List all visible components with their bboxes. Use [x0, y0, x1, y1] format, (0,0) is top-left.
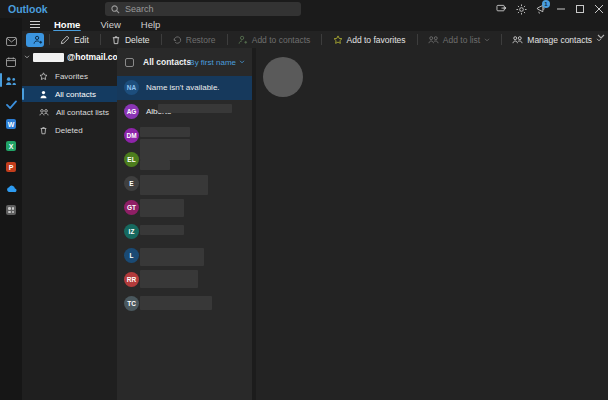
person-add-icon [33, 35, 43, 45]
contact-list-pane: All contacts By first name NA Name isn't… [117, 48, 252, 400]
window-maximize-button[interactable] [570, 0, 589, 18]
window-minimize-button[interactable] [551, 0, 570, 18]
contact-avatar: RR [124, 272, 139, 287]
search-placeholder: Search [125, 4, 154, 14]
sidebar-item-all-contact-lists[interactable]: All contact lists [22, 104, 117, 120]
redacted-text-block [140, 270, 198, 288]
redacted-text-block [140, 225, 184, 235]
delete-button[interactable]: Delete [105, 33, 156, 47]
app-rail: W X P [0, 18, 22, 400]
ribbon-toolbar: New contact Edit Delete Restore Add to c… [22, 31, 608, 48]
window-close-button[interactable] [589, 0, 608, 18]
star-icon [39, 72, 48, 81]
people-list-icon [428, 35, 439, 45]
redacted-text-block [140, 175, 208, 195]
app-logo-text: Outlook [8, 3, 48, 15]
contact-list-title: All contacts [143, 57, 191, 67]
redacted-text-block [140, 139, 190, 160]
contact-row[interactable]: L [117, 244, 252, 268]
tab-view[interactable]: View [90, 18, 130, 31]
rail-mail-icon[interactable] [0, 33, 22, 49]
title-bar: Outlook Search 1 [0, 0, 608, 18]
ribbon-tab-bar: Home View Help [22, 18, 608, 31]
rail-word-icon[interactable]: W [0, 116, 22, 132]
people-settings-icon [512, 35, 523, 45]
redacted-text-block [140, 248, 204, 266]
people-list-icon [39, 108, 49, 117]
rail-more-apps-icon[interactable] [0, 202, 22, 218]
contact-avatar: GT [124, 200, 139, 215]
contact-avatar: TC [124, 296, 139, 311]
add-to-favorites-button[interactable]: Add to favorites [327, 33, 412, 47]
contact-row[interactable]: DM [117, 124, 252, 148]
folder-pane: @hotmail.com Favorites All contacts All … [22, 48, 117, 400]
trash-icon [111, 35, 121, 45]
person-add-icon [238, 35, 248, 45]
account-header[interactable]: @hotmail.com [24, 52, 125, 62]
redacted-text-block [140, 296, 212, 310]
redacted-text-block [140, 199, 184, 217]
notification-badge: 1 [542, 0, 550, 8]
new-contact-button[interactable]: New contact [26, 33, 44, 47]
sort-dropdown[interactable]: By first name [189, 58, 245, 67]
contact-row[interactable]: GT [117, 196, 252, 220]
trash-icon [39, 126, 48, 135]
contact-row[interactable]: E [117, 172, 252, 196]
contact-row[interactable]: IZ [117, 220, 252, 244]
settings-gear-icon[interactable] [511, 0, 531, 18]
chevron-down-icon [239, 60, 245, 64]
add-to-list-button[interactable]: Add to list [422, 33, 496, 47]
star-add-icon [333, 35, 343, 45]
redacted-text-block [140, 127, 190, 137]
pencil-icon [60, 35, 70, 45]
new-contact-split-button[interactable]: New contact [26, 33, 44, 47]
person-icon [39, 90, 48, 99]
hamburger-menu-icon[interactable] [22, 21, 44, 29]
contact-avatar: DM [124, 128, 139, 143]
contact-row[interactable]: AG Alberto [117, 100, 252, 124]
contact-row[interactable]: RR [117, 268, 252, 292]
contact-detail-pane [256, 48, 608, 400]
whats-new-megaphone-icon[interactable]: 1 [531, 0, 551, 18]
contact-rows: NA Name isn't available. AG Alberto DM E… [117, 76, 252, 316]
redacted-text-block [158, 104, 232, 113]
sidebar-item-all-contacts[interactable]: All contacts [22, 86, 117, 102]
redacted-text-block [140, 160, 170, 170]
tab-help[interactable]: Help [131, 18, 171, 31]
restore-button[interactable]: Restore [166, 33, 222, 47]
chevron-down-icon [484, 38, 490, 42]
contact-avatar: IZ [124, 224, 139, 239]
contact-list-header: All contacts By first name [117, 50, 252, 74]
contact-avatar: NA [124, 80, 139, 95]
search-input[interactable]: Search [105, 2, 301, 16]
contact-avatar: L [124, 248, 139, 263]
rail-todo-icon[interactable] [0, 96, 22, 112]
contact-avatar: EL [124, 152, 139, 167]
contact-detail-avatar [263, 57, 303, 97]
rail-calendar-icon[interactable] [0, 54, 22, 70]
contact-avatar: AG [124, 104, 139, 119]
rail-excel-icon[interactable]: X [0, 138, 22, 154]
ribbon-collapse-chevron-icon[interactable] [597, 34, 605, 40]
contact-row[interactable]: NA Name isn't available. [117, 76, 252, 100]
rail-onedrive-icon[interactable] [0, 181, 22, 197]
add-to-contacts-button[interactable]: Add to contacts [232, 33, 317, 47]
sidebar-item-deleted[interactable]: Deleted [22, 122, 117, 138]
account-name-redacted [33, 53, 64, 62]
tab-home[interactable]: Home [44, 18, 90, 31]
contact-name: Name isn't available. [146, 83, 220, 92]
share-to-device-icon[interactable] [491, 0, 511, 18]
contact-row[interactable]: TC [117, 292, 252, 316]
chevron-expand-icon[interactable] [24, 55, 30, 59]
rail-powerpoint-icon[interactable]: P [0, 159, 22, 175]
edit-button[interactable]: Edit [54, 33, 95, 47]
contact-avatar: E [124, 176, 139, 191]
restore-icon [172, 35, 182, 45]
rail-people-icon[interactable] [0, 73, 22, 89]
search-icon [111, 5, 120, 14]
sidebar-item-favorites[interactable]: Favorites [22, 68, 117, 84]
select-all-checkbox[interactable] [125, 58, 134, 67]
manage-contacts-button[interactable]: Manage contacts [506, 33, 608, 47]
